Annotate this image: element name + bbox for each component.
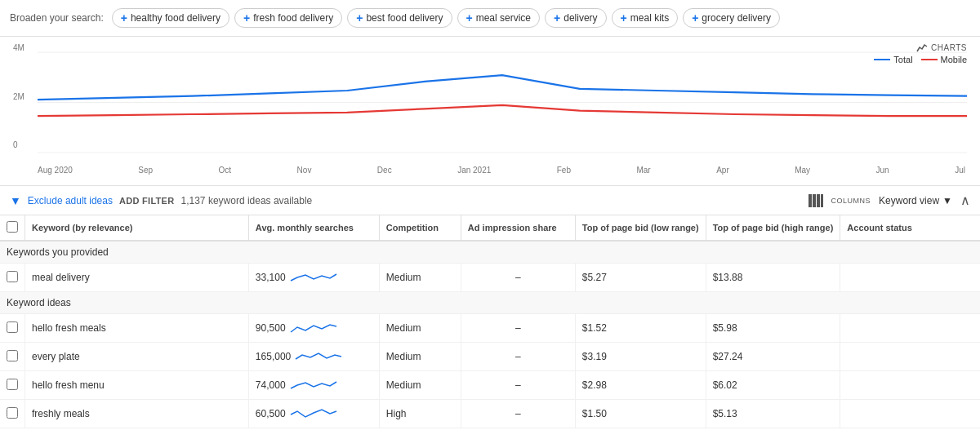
competition-cell: High — [379, 400, 461, 428]
columns-button[interactable] — [808, 194, 823, 207]
section-provided-header: Keywords you provided — [0, 241, 980, 264]
header-bid-low[interactable]: Top of page bid (low range) — [575, 215, 706, 241]
svg-rect-5 — [817, 194, 820, 207]
broaden-chip[interactable]: +meal service — [457, 8, 541, 28]
account-cell — [840, 343, 980, 371]
chart-svg — [38, 43, 967, 162]
sparkline — [289, 376, 338, 394]
ad-impression-cell: – — [461, 400, 575, 428]
header-monthly[interactable]: Avg. monthly searches — [248, 215, 379, 241]
ad-impression-cell: – — [461, 343, 575, 371]
monthly-cell-content: 74,000 — [256, 376, 338, 394]
header-account[interactable]: Account status — [840, 215, 980, 241]
row-checkbox[interactable] — [7, 321, 18, 333]
sparkline — [289, 405, 338, 423]
ad-impression-cell: – — [461, 314, 575, 343]
competition-cell: Medium — [379, 371, 461, 400]
row-checkbox-cell — [0, 400, 25, 428]
broaden-chip[interactable]: +best food delivery — [347, 8, 452, 28]
competition-cell: Medium — [379, 343, 461, 371]
chip-plus-icon: + — [621, 11, 627, 24]
table-header-row: Keyword (by relevance) Avg. monthly sear… — [0, 215, 980, 241]
header-ad-impression[interactable]: Ad impression share — [461, 215, 575, 241]
select-all-checkbox[interactable] — [7, 221, 18, 233]
filter-icon[interactable]: ▼ — [10, 194, 21, 207]
row-checkbox[interactable] — [7, 407, 18, 419]
broaden-label: Broaden your search: — [10, 12, 104, 24]
add-filter-button[interactable]: ADD FILTER — [119, 196, 175, 206]
bid-high-cell: $13.88 — [706, 264, 840, 292]
row-checkbox-cell — [0, 264, 25, 292]
broaden-chip[interactable]: +fresh food delivery — [234, 8, 342, 28]
account-cell — [840, 371, 980, 400]
table-row: hello fresh meals 90,500 Medium – $1.52 … — [0, 314, 980, 343]
chart-container: 4M 2M 0 Aug 2020 Sep Oct — [13, 43, 967, 182]
bid-high-cell: $5.98 — [706, 314, 840, 343]
row-checkbox-cell — [0, 314, 25, 343]
chart-area: CHARTS Total Mobile 4M 2M 0 — [0, 37, 980, 186]
table-row: hello fresh menu 74,000 Medium – $2.98 $… — [0, 371, 980, 400]
broaden-chip[interactable]: +grocery delivery — [683, 8, 780, 28]
account-cell — [840, 264, 980, 292]
keyword-cell: every plate — [25, 343, 249, 371]
keyword-cell: hello fresh meals — [25, 314, 249, 343]
monthly-cell-content: 33,100 — [256, 268, 338, 286]
account-cell — [840, 400, 980, 428]
header-bid-high[interactable]: Top of page bid (high range) — [706, 215, 840, 241]
competition-cell: Medium — [379, 314, 461, 343]
header-competition[interactable]: Competition — [379, 215, 461, 241]
y-label-2m: 2M — [13, 92, 24, 101]
monthly-cell-content: 90,500 — [256, 319, 338, 337]
collapse-button[interactable]: ∧ — [960, 193, 970, 208]
monthly-cell: 60,500 — [248, 400, 379, 428]
bid-low-cell: $5.27 — [575, 264, 706, 292]
keyword-table: Keyword (by relevance) Avg. monthly sear… — [0, 215, 980, 428]
columns-icon — [808, 194, 823, 207]
broaden-chip[interactable]: +delivery — [545, 8, 607, 28]
bid-low-cell: $2.98 — [575, 371, 706, 400]
y-label-0: 0 — [13, 140, 18, 149]
svg-rect-3 — [808, 194, 812, 207]
row-checkbox[interactable] — [7, 271, 18, 282]
competition-cell: Medium — [379, 264, 461, 292]
chip-plus-icon: + — [554, 11, 560, 24]
row-checkbox-cell — [0, 343, 25, 371]
sparkline — [289, 319, 338, 337]
keyword-cell: freshly meals — [25, 400, 249, 428]
ad-impression-cell: – — [461, 371, 575, 400]
bid-low-cell: $1.50 — [575, 400, 706, 428]
account-cell — [840, 314, 980, 343]
ad-impression-cell: – — [461, 264, 575, 292]
filter-right-controls: COLUMNS Keyword view ▼ ∧ — [808, 193, 970, 208]
y-label-4m: 4M — [13, 43, 24, 52]
row-checkbox[interactable] — [7, 379, 18, 390]
monthly-cell: 33,100 — [248, 264, 379, 292]
exclude-adult-link[interactable]: Exclude adult ideas — [28, 195, 113, 206]
bid-high-cell: $6.02 — [706, 371, 840, 400]
keyword-view-button[interactable]: Keyword view ▼ — [879, 195, 952, 206]
broaden-search-bar: Broaden your search: +healthy food deliv… — [0, 0, 980, 37]
monthly-cell: 90,500 — [248, 314, 379, 343]
bid-low-cell: $1.52 — [575, 314, 706, 343]
broaden-chip[interactable]: +healthy food delivery — [112, 8, 229, 28]
chip-plus-icon: + — [121, 11, 127, 24]
x-axis-labels: Aug 2020 Sep Oct Nov Dec Jan 2021 Feb Ma… — [13, 166, 967, 175]
sparkline — [294, 348, 343, 366]
monthly-cell-content: 60,500 — [256, 405, 338, 423]
svg-rect-6 — [821, 194, 823, 207]
chip-plus-icon: + — [692, 11, 698, 24]
row-checkbox[interactable] — [7, 350, 18, 361]
filter-bar: ▼ Exclude adult ideas ADD FILTER 1,137 k… — [0, 186, 980, 215]
keyword-cell: hello fresh menu — [25, 371, 249, 400]
section-ideas-header: Keyword ideas — [0, 292, 980, 314]
header-keyword[interactable]: Keyword (by relevance) — [25, 215, 249, 241]
columns-label: COLUMNS — [831, 197, 871, 205]
row-checkbox-cell — [0, 371, 25, 400]
monthly-cell-content: 165,000 — [256, 348, 343, 366]
bid-high-cell: $27.24 — [706, 343, 840, 371]
sparkline — [289, 268, 338, 286]
chip-plus-icon: + — [243, 11, 250, 24]
table-row: meal delivery 33,100 Medium – $5.27 $13.… — [0, 264, 980, 292]
broaden-chip[interactable]: +meal kits — [612, 8, 679, 28]
chip-plus-icon: + — [466, 11, 473, 24]
